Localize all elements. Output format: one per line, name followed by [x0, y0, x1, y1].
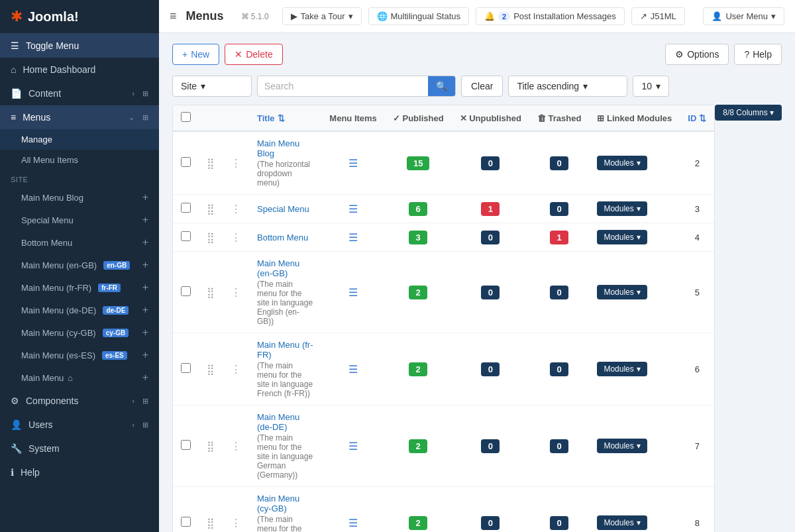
add-bottom-menu-icon[interactable]: + — [142, 237, 148, 248]
sidebar-sub-special-menu[interactable]: Special Menu + — [0, 209, 159, 231]
add-main-menu-cy-icon[interactable]: + — [142, 327, 148, 339]
drag-handle-icon[interactable]: ⣿ — [207, 441, 215, 452]
add-main-menu-de-icon[interactable]: + — [142, 304, 148, 316]
sidebar-item-home-dashboard[interactable]: ⌂ Home Dashboard — [0, 58, 159, 81]
menu-title-link[interactable]: Main Menu (de-DE) — [257, 412, 299, 432]
modules-button[interactable]: Modules ▾ — [597, 201, 647, 216]
menu-title-link[interactable]: Main Menu (cy-GB) — [257, 494, 299, 513]
sidebar-sub-manage[interactable]: Manage — [0, 129, 159, 150]
id-sort-link[interactable]: ID ⇅ — [688, 113, 706, 123]
sidebar-sub-main-menu-de[interactable]: Main Menu (de-DE) de-DE + — [0, 299, 159, 321]
row-checkbox[interactable] — [181, 203, 191, 213]
modules-button[interactable]: Modules ▾ — [597, 230, 647, 244]
drag-handle-icon[interactable]: ⣿ — [207, 517, 215, 529]
clear-button[interactable]: Clear — [461, 76, 503, 97]
row-checkbox[interactable] — [181, 440, 191, 450]
row-drag-cell: ⣿ — [199, 487, 223, 533]
sidebar-sub-bottom-menu[interactable]: Bottom Menu + — [0, 231, 159, 254]
sidebar-item-system[interactable]: 🔧 System — [0, 437, 159, 460]
options-button[interactable]: ⚙ Options — [665, 44, 729, 65]
row-menu-items-cell: ☰ — [321, 131, 385, 195]
row-checkbox[interactable] — [181, 231, 191, 241]
row-checkbox[interactable] — [181, 286, 191, 296]
sidebar-sub-main-menu-es[interactable]: Main Menu (es-ES) es-ES + — [0, 344, 159, 366]
row-context-menu-icon[interactable]: ⋮ — [231, 232, 241, 243]
sidebar-sub-main-menu-fr[interactable]: Main Menu (fr-FR) fr-FR + — [0, 276, 159, 299]
new-button[interactable]: + New — [172, 44, 219, 65]
modules-button[interactable]: Modules ▾ — [597, 156, 647, 170]
row-context-menu-icon[interactable]: ⋮ — [231, 364, 241, 375]
j51ml-button[interactable]: ↗ J51ML — [631, 7, 685, 25]
row-checkbox-cell — [173, 252, 199, 333]
title-sort-link[interactable]: Title ⇅ — [257, 113, 313, 123]
menu-title-link[interactable]: Main Menu (fr-FR) — [257, 340, 313, 360]
menu-items-col-label: Menu Items — [329, 113, 377, 123]
add-main-menu-icon[interactable]: + — [142, 372, 148, 384]
row-context-menu-icon[interactable]: ⋮ — [231, 287, 241, 298]
drag-handle-icon[interactable]: ⣿ — [207, 232, 215, 243]
id-col-header[interactable]: ID ⇅ — [680, 105, 714, 131]
row-checkbox[interactable] — [181, 157, 191, 167]
drag-handle-icon[interactable]: ⣿ — [207, 158, 215, 169]
menu-title-link[interactable]: Special Menu — [257, 204, 309, 214]
modules-button[interactable]: Modules ▾ — [597, 439, 647, 453]
modules-button[interactable]: Modules ▾ — [597, 285, 647, 299]
add-main-menu-blog-icon[interactable]: + — [142, 191, 148, 203]
help-label: Help — [753, 49, 772, 60]
sort-col-handle — [223, 105, 249, 131]
row-context-menu-icon[interactable]: ⋮ — [231, 158, 241, 169]
row-context-menu-icon[interactable]: ⋮ — [231, 441, 241, 452]
row-context-menu-icon[interactable]: ⋮ — [231, 203, 241, 215]
drag-handle-icon[interactable]: ⣿ — [207, 364, 215, 375]
site-filter-select[interactable]: Site ▾ — [172, 76, 252, 97]
modules-button[interactable]: Modules ▾ — [597, 515, 647, 530]
select-all-checkbox[interactable] — [181, 112, 191, 122]
delete-button[interactable]: ✕ Delete — [225, 44, 282, 65]
take-a-tour-button[interactable]: ▶ Take a Tour ▾ — [282, 7, 362, 25]
menu-title-link[interactable]: Main Menu (en-GB) — [257, 258, 299, 278]
per-page-select[interactable]: 10 ▾ — [633, 76, 669, 97]
sort-chevron-icon: ▾ — [583, 81, 588, 91]
columns-button[interactable]: 8/8 Columns ▾ — [715, 105, 782, 121]
sidebar-item-users[interactable]: 👤 Users › ⊞ — [0, 413, 159, 437]
multilingual-status-button[interactable]: 🌐 Multilingual Status — [368, 7, 470, 25]
drag-handle-icon[interactable]: ⣿ — [207, 287, 215, 298]
add-special-menu-icon[interactable]: + — [142, 214, 148, 226]
row-trashed-cell: 0 — [529, 252, 589, 333]
sidebar-item-content[interactable]: 📄 Content › ⊞ — [0, 81, 159, 105]
tour-label: Take a Tour — [301, 11, 345, 21]
row-context-menu-icon[interactable]: ⋮ — [231, 517, 241, 529]
add-main-menu-es-icon[interactable]: + — [142, 349, 148, 361]
sort-select[interactable]: Title ascending ▾ — [508, 76, 627, 97]
post-installation-messages-button[interactable]: 🔔 2 Post Installation Messages — [476, 7, 625, 25]
unpublished-count: 1 — [481, 202, 500, 216]
sidebar-sub-main-menu-cy[interactable]: Main Menu (cy-GB) cy-GB + — [0, 321, 159, 344]
sidebar-item-toggle-menu[interactable]: ☰ Toggle Menu — [0, 34, 159, 58]
modules-button[interactable]: Modules ▾ — [597, 362, 647, 376]
sidebar-sub-main-menu-en[interactable]: Main Menu (en-GB) en-GB + — [0, 254, 159, 276]
title-col-header[interactable]: Title ⇅ — [249, 105, 321, 131]
table-body: ⣿ ⋮ Main Menu Blog (The horizontal dropd… — [173, 131, 714, 532]
row-checkbox[interactable] — [181, 517, 191, 527]
sidebar-item-menus[interactable]: ≡ Menus ⌄ ⊞ — [0, 105, 159, 129]
sidebar-item-help[interactable]: ℹ Help — [0, 460, 159, 484]
search-button[interactable]: 🔍 — [428, 76, 455, 96]
menu-title-link[interactable]: Bottom Menu — [257, 233, 308, 242]
row-checkbox[interactable] — [181, 363, 191, 373]
topbar-menu-icon[interactable]: ≡ — [170, 9, 177, 23]
sidebar-sub-all-menu-items[interactable]: All Menu Items — [0, 150, 159, 170]
add-main-menu-en-icon[interactable]: + — [142, 259, 148, 271]
sidebar-sub-main-menu[interactable]: Main Menu ⌂ + — [0, 366, 159, 389]
sidebar-sub-main-menu-blog[interactable]: Main Menu Blog + — [0, 186, 159, 209]
user-menu-button[interactable]: 👤 User Menu ▾ — [703, 7, 784, 25]
menu-description: (The main menu for the site in language … — [257, 280, 313, 326]
menu-title-link[interactable]: Main Menu Blog — [257, 138, 299, 158]
unpublished-count: 0 — [481, 231, 500, 244]
search-input[interactable] — [258, 76, 428, 96]
add-main-menu-fr-icon[interactable]: + — [142, 282, 148, 293]
drag-handle-icon[interactable]: ⣿ — [207, 203, 215, 215]
row-drag-cell: ⣿ — [199, 333, 223, 405]
sidebar-item-components[interactable]: ⚙ Components › ⊞ — [0, 389, 159, 413]
trashed-col-header: 🗑 Trashed — [529, 105, 589, 131]
help-toolbar-button[interactable]: ? Help — [734, 44, 782, 65]
